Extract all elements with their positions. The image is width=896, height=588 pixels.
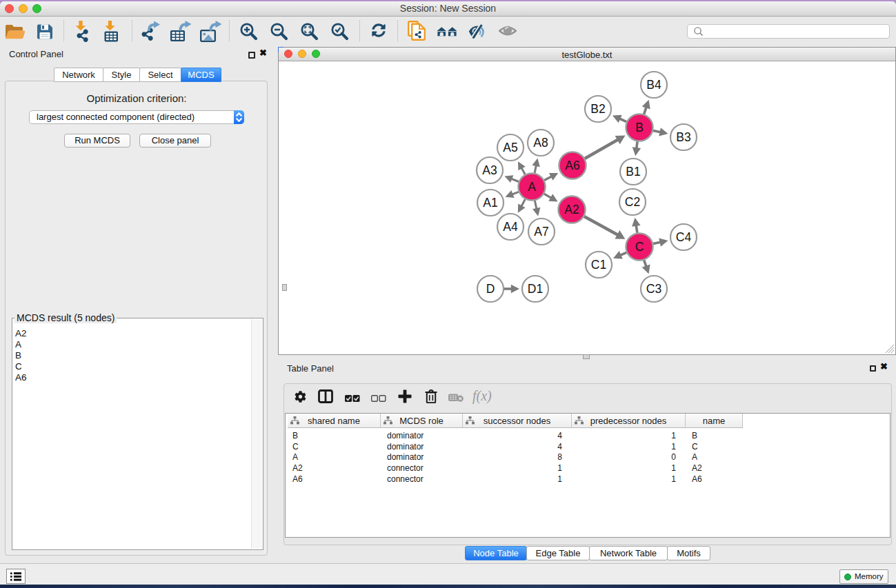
svg-text:C2: C2 — [625, 195, 640, 209]
svg-text:C1: C1 — [591, 258, 606, 272]
svg-text:B2: B2 — [590, 102, 605, 116]
svg-text:A2: A2 — [564, 203, 579, 216]
svg-text:B4: B4 — [646, 78, 661, 92]
svg-text:B: B — [635, 121, 644, 134]
svg-text:A8: A8 — [533, 136, 548, 150]
svg-text:A4: A4 — [503, 220, 518, 234]
svg-text:C3: C3 — [646, 282, 661, 296]
svg-text:A6: A6 — [565, 159, 579, 172]
svg-text:D1: D1 — [528, 282, 543, 296]
svg-text:C4: C4 — [676, 230, 692, 244]
svg-text:A7: A7 — [534, 225, 548, 239]
svg-text:A1: A1 — [483, 196, 497, 210]
svg-text:D: D — [486, 282, 495, 296]
svg-text:B3: B3 — [676, 130, 690, 144]
svg-text:A3: A3 — [482, 163, 497, 177]
svg-text:A: A — [528, 180, 536, 194]
svg-text:C: C — [635, 240, 644, 254]
svg-text:B1: B1 — [626, 165, 640, 179]
svg-text:A5: A5 — [503, 141, 517, 154]
